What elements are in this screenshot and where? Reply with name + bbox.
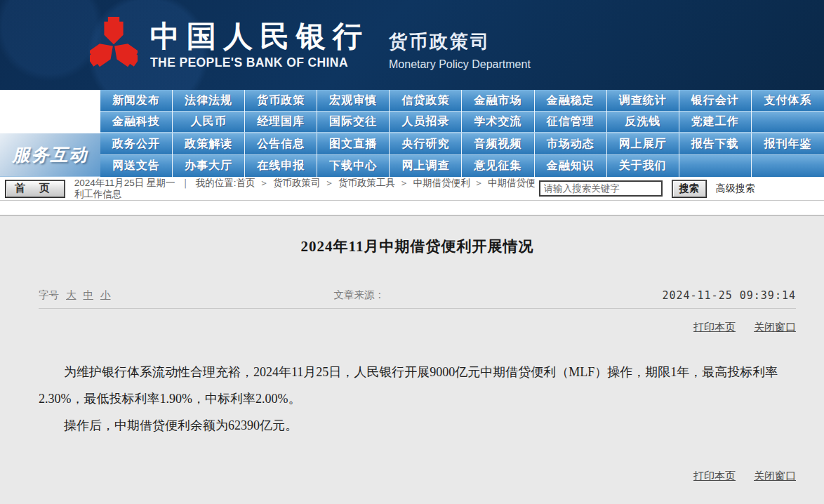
- site-header: 中国人民银行 THE PEOPLE'S BANK OF CHINA 货币政策司 …: [0, 0, 824, 90]
- font-size-label: 字号: [39, 289, 59, 302]
- nav-item-academic[interactable]: 学术交流: [462, 112, 534, 133]
- breadcrumb-separator: ＞: [395, 178, 413, 188]
- nav-item-policy-interpretation[interactable]: 政策解读: [173, 133, 245, 155]
- nav-row-4: 网送文告 办事大厅 在线申报 下载中心 网上调查 意见征集 金融知识 关于我们: [100, 155, 824, 177]
- nav-item-fintech[interactable]: 金融科技: [100, 112, 173, 133]
- location-label: 我的位置:: [196, 178, 237, 188]
- breadcrumb-pipe: ｜: [175, 178, 196, 188]
- font-size-large-link[interactable]: 大: [66, 289, 77, 302]
- department-name-cn: 货币政策司: [389, 29, 531, 54]
- nav-item-research[interactable]: 央行研究: [390, 133, 462, 155]
- nav-item-download-center[interactable]: 下载中心: [317, 155, 390, 177]
- article-actions-bottom: 打印本页 关闭窗口: [39, 470, 796, 483]
- nav-empty-cell: [752, 155, 824, 177]
- nav-item-live-broadcast[interactable]: 图文直播: [317, 133, 390, 155]
- nav-row-3: 政务公开 政策解读 公告信息 图文直播 央行研究 音频视频 市场动态 网上展厅 …: [100, 133, 824, 155]
- nav-item-treasury[interactable]: 经理国库: [245, 112, 317, 133]
- nav-item-market-dynamics[interactable]: 市场动态: [535, 133, 607, 155]
- nav-item-online-survey[interactable]: 网上调查: [390, 155, 462, 177]
- article-actions-top: 打印本页 关闭窗口: [39, 321, 796, 334]
- breadcrumb-separator: ＞: [255, 178, 274, 188]
- service-interaction-block: 服务互动: [0, 133, 100, 177]
- nav-item-periodicals[interactable]: 报刊年鉴: [752, 133, 824, 155]
- current-date: 2024年11月25日 星期一: [74, 178, 175, 188]
- nav-item-statistics[interactable]: 调查统计: [607, 90, 679, 112]
- article-body: 为维护银行体系流动性合理充裕，2024年11月25日，人民银行开展9000亿元中…: [39, 359, 796, 439]
- bank-name-cn: 中国人民银行: [150, 20, 369, 53]
- bank-name-en: THE PEOPLE'S BANK OF CHINA: [150, 55, 369, 70]
- main-nav-top: 新闻发布 法律法规 货币政策 宏观审慎 信贷政策 金融市场 金融稳定 调查统计 …: [0, 90, 824, 133]
- breadcrumb-bar: 首 页 2024年11月25日 星期一｜我的位置:首页＞货币政策司＞货币政策工具…: [0, 177, 824, 201]
- article-content: 2024年11月中期借贷便利开展情况 字号 大 中 小 文章来源： 2024-1…: [0, 215, 824, 504]
- page-title: 2024年11月中期借贷便利开展情况: [39, 237, 796, 256]
- pboc-emblem-icon: [90, 15, 138, 72]
- nav-item-online-declaration[interactable]: 在线申报: [245, 155, 317, 177]
- nav-row-2: 金融科技 人民币 经理国库 国际交往 人员招录 学术交流 征信管理 反洗钱 党建…: [100, 112, 824, 133]
- nav-item-about-us[interactable]: 关于我们: [607, 155, 679, 177]
- nav-item-audio-video[interactable]: 音频视频: [462, 133, 534, 155]
- nav-item-macroprudential[interactable]: 宏观审慎: [317, 90, 390, 112]
- breadcrumb-home[interactable]: 首页: [237, 178, 255, 188]
- nav-item-recruitment[interactable]: 人员招录: [390, 112, 462, 133]
- close-window-link[interactable]: 关闭窗口: [754, 470, 796, 483]
- spacer: [0, 201, 824, 215]
- article-meta-row: 字号 大 中 小 文章来源： 2024-11-25 09:39:14: [39, 289, 796, 302]
- search-zone: 搜索 高级搜索: [539, 180, 755, 197]
- bank-name-block: 中国人民银行 THE PEOPLE'S BANK OF CHINA: [150, 20, 369, 70]
- breadcrumb-mpd[interactable]: 货币政策司: [273, 178, 321, 188]
- home-button[interactable]: 首 页: [6, 180, 65, 197]
- nav-item-financial-knowledge[interactable]: 金融知识: [535, 155, 607, 177]
- nav-item-accounting[interactable]: 银行会计: [679, 90, 752, 112]
- breadcrumb: 2024年11月25日 星期一｜我的位置:首页＞货币政策司＞货币政策工具＞中期借…: [74, 178, 539, 200]
- article-paragraph-2: 操作后，中期借贷便利余额为62390亿元。: [39, 412, 796, 439]
- advanced-search-link[interactable]: 高级搜索: [716, 183, 755, 195]
- nav-item-web-notices[interactable]: 网送文告: [100, 155, 173, 177]
- nav-item-anti-money-laundering[interactable]: 反洗钱: [607, 112, 679, 133]
- print-page-link[interactable]: 打印本页: [693, 321, 736, 334]
- search-button[interactable]: 搜索: [672, 180, 706, 197]
- service-interaction-label: 服务互动: [13, 143, 88, 166]
- department-block: 货币政策司 Monetary Policy Department: [389, 20, 531, 71]
- font-size-medium-link[interactable]: 中: [84, 289, 94, 302]
- nav-item-laws[interactable]: 法律法规: [173, 90, 245, 112]
- nav-left-spacer: [0, 90, 100, 133]
- nav-item-solicit-opinions[interactable]: 意见征集: [462, 155, 534, 177]
- print-page-link[interactable]: 打印本页: [693, 470, 736, 483]
- nav-item-monetary-policy[interactable]: 货币政策: [245, 90, 317, 112]
- nav-item-party-building[interactable]: 党建工作: [679, 112, 752, 133]
- nav-item-payment-systems[interactable]: 支付体系: [752, 90, 824, 112]
- nav-item-report-download[interactable]: 报告下载: [679, 133, 752, 155]
- breadcrumb-separator: ＞: [321, 178, 339, 188]
- nav-item-financial-markets[interactable]: 金融市场: [462, 90, 534, 112]
- nav-empty-cell: [752, 112, 824, 133]
- nav-item-online-exhibition[interactable]: 网上展厅: [607, 133, 679, 155]
- nav-item-credit-policy[interactable]: 信贷政策: [390, 90, 462, 112]
- article-timestamp: 2024-11-25 09:39:14: [662, 289, 796, 302]
- article-paragraph-1: 为维护银行体系流动性合理充裕，2024年11月25日，人民银行开展9000亿元中…: [39, 359, 796, 412]
- meta-divider: [39, 308, 796, 309]
- nav-item-renminbi[interactable]: 人民币: [173, 112, 245, 133]
- nav-item-financial-stability[interactable]: 金融稳定: [535, 90, 607, 112]
- font-size-small-link[interactable]: 小: [100, 289, 111, 302]
- department-name-en: Monetary Policy Department: [389, 58, 531, 71]
- breadcrumb-policy-tools[interactable]: 货币政策工具: [338, 178, 395, 188]
- nav-row-1: 新闻发布 法律法规 货币政策 宏观审慎 信贷政策 金融市场 金融稳定 调查统计 …: [100, 90, 824, 112]
- pboc-logo: [90, 15, 138, 75]
- font-size-group: 字号 大 中 小: [39, 289, 111, 302]
- breadcrumb-mlf[interactable]: 中期借贷便利: [413, 178, 470, 188]
- nav-item-international[interactable]: 国际交往: [317, 112, 390, 133]
- nav-empty-cell: [679, 155, 752, 177]
- nav-item-news[interactable]: 新闻发布: [100, 90, 173, 112]
- article-source-label: 文章来源：: [334, 289, 385, 302]
- nav-item-announcements[interactable]: 公告信息: [245, 133, 317, 155]
- search-input[interactable]: [539, 180, 663, 197]
- nav-item-credit-info[interactable]: 征信管理: [535, 112, 607, 133]
- nav-item-gov-disclosure[interactable]: 政务公开: [100, 133, 173, 155]
- close-window-link[interactable]: 关闭窗口: [754, 321, 796, 334]
- nav-item-service-hall[interactable]: 办事大厅: [173, 155, 245, 177]
- main-nav-bottom: 服务互动 政务公开 政策解读 公告信息 图文直播 央行研究 音频视频 市场动态 …: [0, 133, 824, 177]
- breadcrumb-separator: ＞: [470, 178, 489, 188]
